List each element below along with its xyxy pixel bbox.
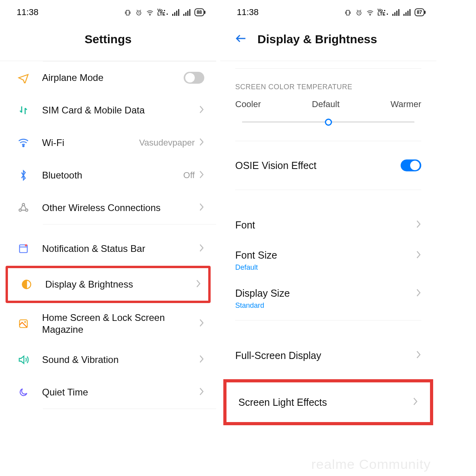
section-color-temp: SCREEN COLOR TEMPERATURE — [220, 71, 436, 99]
svg-point-8 — [25, 244, 27, 246]
row-sub: Standard — [235, 301, 264, 310]
row-font-size[interactable]: Font Size Default — [220, 242, 436, 280]
chevron-right-icon — [416, 350, 421, 361]
chevron-right-icon — [416, 250, 421, 261]
row-notification[interactable]: Notification & Status Bar — [0, 232, 216, 265]
row-label: Font — [235, 219, 416, 231]
svg-point-3 — [23, 145, 24, 147]
row-label: Home Screen & Lock Screen Magazine — [30, 312, 199, 336]
home-magazine-icon — [17, 319, 30, 329]
status-bar: 11:38 Vo ▪LTE ▪ 88 — [0, 0, 216, 17]
row-label: OSIE Vision Effect — [235, 160, 401, 171]
slider-thumb[interactable] — [325, 119, 332, 126]
row-label: Airplane Mode — [30, 72, 184, 83]
highlight-display: Display & Brightness — [6, 266, 211, 303]
page-title: Display & Brightness — [257, 33, 377, 46]
chevron-right-icon — [416, 288, 421, 299]
row-wifi[interactable]: Wi-Fi Vasudevpaper — [0, 127, 216, 159]
row-label: Display Size — [235, 288, 416, 299]
svg-point-14 — [370, 15, 370, 15]
highlight-light-effects: Screen Light Effects — [223, 379, 433, 425]
bluetooth-icon — [17, 170, 30, 181]
row-label: Full-Screen Display — [235, 350, 416, 361]
row-label: Wi-Fi — [30, 137, 139, 148]
row-home-lock[interactable]: Home Screen & Lock Screen Magazine — [0, 304, 216, 344]
svg-point-11 — [24, 321, 26, 323]
chevron-right-icon — [199, 170, 204, 180]
osie-toggle[interactable] — [401, 159, 421, 171]
svg-rect-0 — [126, 10, 129, 15]
moon-icon — [17, 387, 30, 397]
row-value: Off — [183, 170, 195, 180]
row-fullscreen[interactable]: Full-Screen Display — [220, 339, 436, 372]
signal-1-icon — [392, 9, 399, 16]
airplane-toggle[interactable] — [184, 72, 204, 84]
chevron-right-icon — [416, 220, 421, 230]
chevron-right-icon — [199, 244, 204, 254]
temp-default: Default — [312, 99, 340, 109]
chevron-right-icon — [413, 397, 418, 407]
signal-2-icon — [183, 9, 190, 16]
row-label: Sound & Vibration — [30, 354, 199, 365]
row-light-effects[interactable]: Screen Light Effects — [226, 382, 430, 422]
brightness-icon — [20, 279, 33, 290]
alarm-icon — [135, 7, 142, 17]
row-wireless[interactable]: Other Wireless Connections — [0, 192, 216, 224]
page-title: Settings — [84, 33, 131, 46]
watermark: realme Community — [311, 457, 431, 472]
svg-point-4 — [22, 203, 25, 206]
row-font[interactable]: Font — [220, 208, 436, 242]
temp-cooler: Cooler — [235, 99, 261, 109]
status-time: 11:38 — [237, 7, 259, 17]
row-display-size[interactable]: Display Size Standard — [220, 280, 436, 318]
temp-warmer: Warmer — [391, 99, 421, 109]
temp-labels: Cooler Default Warmer — [220, 99, 436, 109]
status-bar: 11:38 Vo ▪LTE ▪ 87 — [220, 0, 436, 17]
row-label: Font Size — [235, 250, 416, 261]
chevron-right-icon — [196, 279, 201, 290]
alarm-icon — [355, 7, 363, 17]
header: Display & Brightness — [220, 17, 436, 61]
row-label: Quiet Time — [30, 387, 199, 398]
sound-icon — [17, 354, 30, 365]
row-value: Vasudevpaper — [139, 138, 195, 148]
chevron-right-icon — [199, 355, 204, 365]
volte-icon: Vo ▪LTE ▪ — [378, 9, 388, 16]
airplane-icon — [17, 72, 30, 83]
chevron-right-icon — [199, 138, 204, 148]
vibrate-icon — [344, 7, 351, 17]
row-quiet-time[interactable]: Quiet Time — [0, 376, 216, 409]
chevron-right-icon — [199, 319, 204, 329]
row-label: Screen Light Effects — [238, 397, 413, 408]
row-sound[interactable]: Sound & Vibration — [0, 344, 216, 376]
chevron-right-icon — [199, 387, 204, 397]
battery-icon: 88 — [194, 8, 204, 16]
color-temp-slider[interactable] — [242, 121, 415, 123]
row-airplane-mode[interactable]: Airplane Mode — [0, 61, 216, 94]
signal-1-icon — [172, 9, 179, 16]
row-sub: Default — [235, 263, 258, 272]
row-label: Display & Brightness — [33, 279, 196, 290]
battery-icon: 87 — [415, 8, 424, 16]
chevron-right-icon — [199, 105, 204, 115]
header: Settings — [0, 17, 216, 61]
notification-bar-icon — [17, 244, 30, 254]
wifi-icon — [146, 7, 154, 17]
status-time: 11:38 — [17, 7, 38, 17]
sim-icon — [17, 105, 30, 115]
svg-point-2 — [150, 15, 150, 15]
connections-icon — [17, 202, 30, 213]
row-osie[interactable]: OSIE Vision Effect — [220, 144, 436, 187]
row-label: Bluetooth — [30, 170, 183, 181]
svg-rect-12 — [346, 10, 349, 15]
row-bluetooth[interactable]: Bluetooth Off — [0, 159, 216, 192]
volte-icon: Vo ▪LTE ▪ — [157, 9, 168, 16]
back-arrow-icon[interactable] — [235, 34, 246, 45]
row-display-brightness[interactable]: Display & Brightness — [8, 268, 208, 301]
row-sim[interactable]: SIM Card & Mobile Data — [0, 94, 216, 127]
chevron-right-icon — [199, 203, 204, 213]
wifi-icon — [367, 7, 374, 17]
row-label: Other Wireless Connections — [30, 202, 199, 213]
signal-2-icon — [403, 9, 411, 16]
row-label: Notification & Status Bar — [30, 243, 199, 254]
